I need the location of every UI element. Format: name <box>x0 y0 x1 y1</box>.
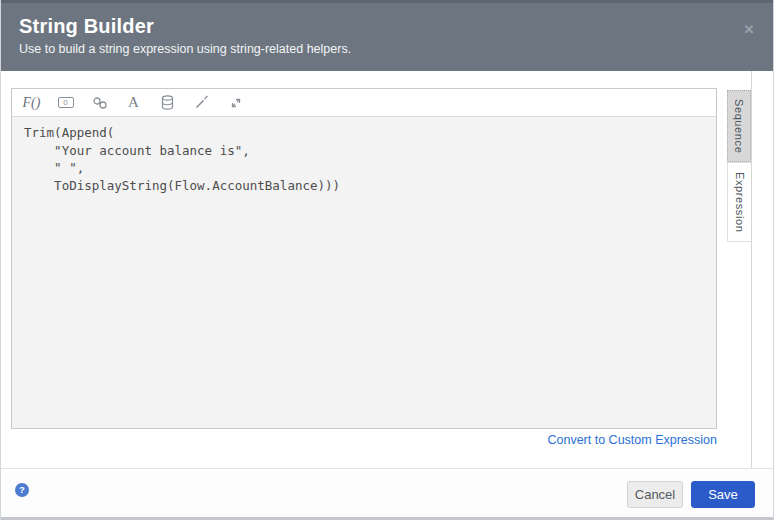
tab-sequence-label: Sequence <box>733 99 745 153</box>
convert-to-custom-expression-link[interactable]: Convert to Custom Expression <box>11 433 717 447</box>
string-builder-dialog: String Builder Use to build a string exp… <box>0 0 774 520</box>
help-icon[interactable]: ? <box>15 483 29 497</box>
dialog-subtitle: Use to build a string expression using s… <box>19 42 755 56</box>
function-icon[interactable]: F() <box>22 94 41 112</box>
right-rail-divider <box>751 71 752 468</box>
dialog-footer: ? Cancel Save <box>1 468 773 517</box>
database-icon[interactable] <box>158 94 177 112</box>
tab-expression[interactable]: Expression <box>727 162 751 242</box>
save-button[interactable]: Save <box>691 481 755 508</box>
dialog-header: String Builder Use to build a string exp… <box>1 0 773 71</box>
tab-expression-label: Expression <box>734 172 746 232</box>
expression-editor: F() 0 A <box>11 88 717 429</box>
dialog-title: String Builder <box>19 13 755 39</box>
tab-sequence[interactable]: Sequence <box>727 90 751 162</box>
footer-buttons: Cancel Save <box>627 481 755 508</box>
text-icon[interactable]: A <box>124 94 143 112</box>
expression-code-area[interactable]: Trim(Append( "Your account balance is", … <box>12 117 716 428</box>
editor-toolbar: F() 0 A <box>12 89 716 117</box>
expand-icon[interactable] <box>226 94 245 112</box>
constant-icon[interactable]: 0 <box>56 94 75 112</box>
link-icon[interactable] <box>90 94 109 112</box>
close-icon[interactable]: ✕ <box>741 22 757 38</box>
cancel-button[interactable]: Cancel <box>627 481 683 508</box>
wand-icon[interactable] <box>192 94 211 112</box>
